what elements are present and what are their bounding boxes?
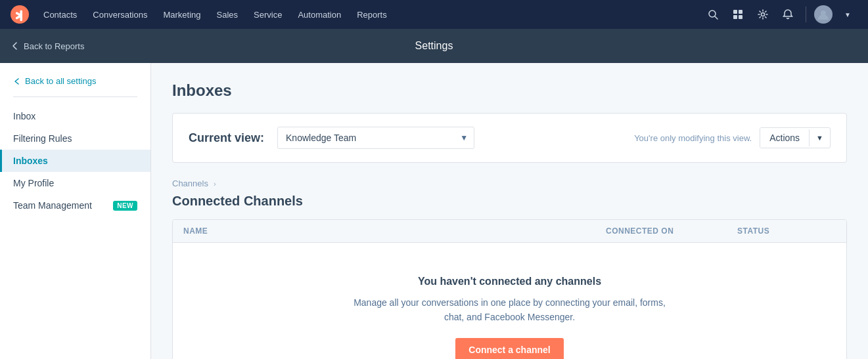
nav-service[interactable]: Service [247,6,288,24]
empty-state-text: Manage all your conversations in one pla… [346,295,674,325]
sidebar: Back to all settings Inbox Filtering Rul… [0,63,151,359]
account-dropdown-icon[interactable]: ▼ [838,5,857,24]
nav-sales[interactable]: Sales [210,6,245,24]
top-navigation: Contacts Conversations Marketing Sales S… [0,0,868,29]
nav-contacts[interactable]: Contacts [37,6,83,24]
col-header-name: NAME [183,226,606,236]
col-header-status: STATUS [737,226,836,236]
svg-line-2 [715,16,718,19]
page-title: Settings [415,40,453,52]
view-select[interactable]: Knowledge Team All Conversations My Conv… [277,127,474,149]
sidebar-item-inbox[interactable]: Inbox [0,105,150,127]
sidebar-item-filtering-rules[interactable]: Filtering Rules [0,127,150,150]
connect-channel-button[interactable]: Connect a channel [455,338,563,359]
breadcrumb: Channels › [172,179,847,188]
sidebar-item-team-management[interactable]: Team Management NEW [0,194,150,217]
sidebar-item-inboxes[interactable]: Inboxes [0,150,150,172]
hubspot-logo[interactable] [11,5,29,24]
svg-rect-6 [739,15,742,19]
back-to-all-settings-link[interactable]: Back to all settings [0,76,150,96]
svg-rect-3 [733,10,737,14]
connected-channels-title: Connected Channels [172,194,847,209]
nav-items: Contacts Conversations Marketing Sales S… [37,6,703,24]
modifying-view-text: You're only modifying this view. [634,133,752,143]
channels-table: NAME CONNECTED ON STATUS You haven't con… [172,219,847,359]
sidebar-item-my-profile[interactable]: My Profile [0,172,150,194]
actions-caret-icon[interactable]: ▼ [809,129,830,146]
current-view-label: Current view: [189,131,264,145]
main-content: Inboxes Current view: Knowledge Team All… [151,63,868,359]
nav-right-controls: ▼ [703,5,857,24]
svg-rect-4 [739,10,742,14]
marketplace-icon[interactable] [728,5,748,24]
svg-rect-5 [733,15,737,19]
view-select-wrapper: Knowledge Team All Conversations My Conv… [277,127,474,149]
table-empty-state: You haven't connected any channels Manag… [173,243,846,359]
sub-header: Back to Reports Settings [0,29,868,63]
nav-marketing[interactable]: Marketing [156,6,207,24]
new-badge: NEW [113,201,137,211]
empty-state-title: You haven't connected any channels [418,276,601,287]
nav-automation[interactable]: Automation [291,6,348,24]
table-header: NAME CONNECTED ON STATUS [173,220,846,243]
nav-conversations[interactable]: Conversations [86,6,154,24]
actions-button[interactable]: Actions ▼ [760,127,831,148]
inboxes-title: Inboxes [172,81,847,100]
current-view-card: Current view: Knowledge Team All Convers… [172,113,847,163]
col-header-connected-on: CONNECTED ON [606,226,737,236]
svg-point-7 [762,13,765,16]
breadcrumb-channels[interactable]: Channels [172,179,208,188]
view-card-right: You're only modifying this view. Actions… [634,127,831,148]
back-to-reports-button[interactable]: Back to Reports [0,29,95,63]
sidebar-divider [13,96,137,97]
nav-reports[interactable]: Reports [350,6,394,24]
nav-divider [806,7,806,22]
main-layout: Back to all settings Inbox Filtering Rul… [0,63,868,359]
breadcrumb-separator: › [214,180,216,188]
settings-icon[interactable] [753,5,773,24]
actions-main-button[interactable]: Actions [760,128,809,148]
search-icon[interactable] [703,5,723,24]
notifications-icon[interactable] [778,5,798,24]
user-avatar[interactable] [814,5,833,24]
